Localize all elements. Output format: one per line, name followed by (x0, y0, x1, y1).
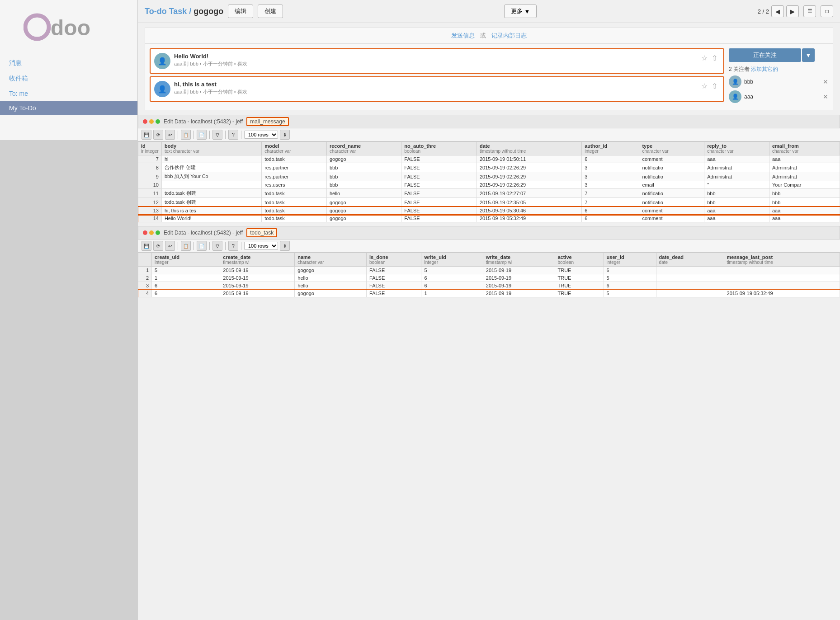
cell-model: todo.task (262, 155, 327, 163)
cell-write-uid: 1 (421, 290, 483, 297)
save-btn-2[interactable]: 💾 (142, 241, 151, 251)
message-tab-bar: 发送信息 或 记录内部日志 (145, 28, 833, 44)
list-view-button[interactable]: ☰ (803, 5, 816, 17)
cell-create-uid: 6 (152, 290, 220, 297)
refresh-btn-2[interactable]: ⟳ (153, 241, 163, 251)
cell-user-id: 6 (604, 282, 656, 290)
share-icon[interactable]: ⇧ (712, 54, 720, 62)
maximize-dot[interactable] (156, 119, 160, 124)
help-btn[interactable]: ? (228, 130, 238, 140)
cell-author-id: 3 (582, 163, 639, 172)
messages-list: 👤 Hello World! aaa 到 bbb • 小于一分钟前 • 喜欢 ☆… (150, 48, 724, 105)
cell-model: todo.task (262, 198, 327, 207)
cell-date-dead (656, 282, 724, 290)
minimize-dot[interactable] (149, 119, 154, 124)
send-message-tab[interactable]: 发送信息 (451, 32, 475, 39)
filter-btn[interactable]: ▽ (212, 130, 222, 140)
row-num: 2 (138, 274, 152, 282)
rows-select-1[interactable]: 100 rows (244, 131, 278, 139)
followers-count: 2 关注者 添加其它的 (729, 66, 828, 73)
refresh-btn[interactable]: ⟳ (153, 130, 163, 140)
close-dot-2[interactable] (143, 230, 147, 235)
sidebar-item-mytodo[interactable]: My To-Do (0, 101, 137, 115)
col-header-author-id: author_id integer (582, 142, 639, 155)
cell-write-date: 2015-09-19 (483, 290, 555, 297)
undo-btn[interactable]: ↩ (165, 130, 175, 140)
close-dot[interactable] (143, 119, 147, 124)
next-button[interactable]: ▶ (786, 5, 799, 17)
message-item: 👤 hi, this is a test aaa 到 bbb • 小于一分钟前 … (150, 76, 724, 102)
follower-remove-button[interactable]: ✕ (823, 93, 828, 100)
rows-spinner-2[interactable]: ⇕ (280, 241, 290, 251)
message-actions: ☆ ⇧ (701, 53, 720, 69)
table-row: 4 6 2015-09-19 gogogo FALSE 1 2015-09-19… (138, 290, 840, 297)
cell-body: bbb 加入到 Your Co (161, 172, 261, 181)
cell-author-id: 6 (582, 215, 639, 222)
sidebar-item-tome[interactable]: To: me (0, 86, 137, 101)
more-button[interactable]: 更多 ▼ (504, 5, 537, 18)
cell-no-auto: FALSE (401, 198, 477, 207)
cell-reply-to: '' (704, 181, 769, 189)
col-header-write-date: write_date timestamp wi (483, 253, 555, 267)
message-actions: ☆ ⇧ (701, 81, 720, 97)
rows-select-2[interactable]: 100 rows (244, 242, 278, 250)
log-note-tab[interactable]: 记录内部日志 (491, 32, 527, 39)
cell-type: notificatio (639, 198, 704, 207)
copy-btn[interactable]: 📋 (181, 130, 191, 140)
odoo-logo: doo (0, 0, 137, 51)
create-button[interactable]: 创建 (258, 5, 283, 18)
cell-record-name: gogogo (326, 215, 401, 222)
cell-body: todo.task 创建 (161, 198, 261, 207)
table-row: 10 res.users bbb FALSE 2015-09-19 02:26:… (138, 181, 840, 189)
paste-btn-2[interactable]: 📄 (197, 241, 207, 251)
follower-remove-button[interactable]: ✕ (823, 78, 828, 85)
todo-task-table: create_uid integer create_date timestamp… (138, 253, 840, 297)
col-header-no-auto: no_auto_thre boolean (401, 142, 477, 155)
minimize-dot-2[interactable] (149, 230, 154, 235)
cell-write-date: 2015-09-19 (483, 274, 555, 282)
cell-email-from: Administrat (769, 163, 840, 172)
cell-email-from: bbb (769, 198, 840, 207)
add-followers-link[interactable]: 添加其它的 (751, 66, 778, 72)
sidebar-item-messages[interactable]: 消息 (0, 56, 137, 71)
sidebar-nav: 消息 收件箱 To: me My To-Do (0, 51, 137, 120)
copy-btn-2[interactable]: 📋 (181, 241, 191, 251)
cell-active: TRUE (555, 274, 604, 282)
follower-item: 👤 bbb ✕ (729, 75, 828, 88)
save-btn[interactable]: 💾 (142, 130, 151, 140)
sidebar-item-inbox[interactable]: 收件箱 (0, 71, 137, 86)
cell-author-id: 6 (582, 155, 639, 163)
col-header-body: body text character var (161, 142, 261, 155)
follow-button[interactable]: 正在关注 (729, 48, 801, 62)
mail-message-table: id ir integer body text character var mo… (138, 141, 840, 222)
db-panel-todo-task: Edit Data - localhost (:5432) - jeff tod… (138, 226, 840, 297)
cell-name: hello (295, 274, 367, 282)
cell-author-id: 7 (582, 189, 639, 198)
message-area: 👤 Hello World! aaa 到 bbb • 小于一分钟前 • 喜欢 ☆… (145, 44, 833, 110)
maximize-dot-2[interactable] (156, 230, 160, 235)
cell-type: comment (639, 215, 704, 222)
table-row: 7 hi todo.task gogogo FALSE 2015-09-19 0… (138, 155, 840, 163)
share-icon[interactable]: ⇧ (712, 82, 720, 90)
sidebar: doo 消息 收件箱 To: me My To-Do (0, 0, 138, 140)
rows-spinner-1[interactable]: ⇕ (280, 130, 290, 140)
cell-author-id: 6 (582, 207, 639, 215)
cell-create-date: 2015-09-19 (220, 274, 295, 282)
table-row: 13 hi, this is a tes todo.task gogogo FA… (138, 207, 840, 215)
follow-dropdown-button[interactable]: ▼ (802, 48, 815, 62)
cell-email-from: aaa (769, 155, 840, 163)
prev-button[interactable]: ◀ (771, 5, 784, 17)
star-icon[interactable]: ☆ (701, 54, 709, 62)
cell-no-auto: FALSE (401, 163, 477, 172)
cell-write-uid: 6 (421, 274, 483, 282)
expand-button[interactable]: □ (821, 5, 833, 17)
star-icon[interactable]: ☆ (701, 82, 709, 90)
paste-btn[interactable]: 📄 (197, 130, 207, 140)
cell-date: 2015-09-19 02:26:29 (477, 172, 581, 181)
filter-btn-2[interactable]: ▽ (212, 241, 222, 251)
undo-btn-2[interactable]: ↩ (165, 241, 175, 251)
toolbar-sep-2d (225, 242, 226, 250)
edit-button[interactable]: 编辑 (228, 5, 253, 18)
help-btn-2[interactable]: ? (228, 241, 238, 251)
row-num: 13 (138, 207, 162, 215)
